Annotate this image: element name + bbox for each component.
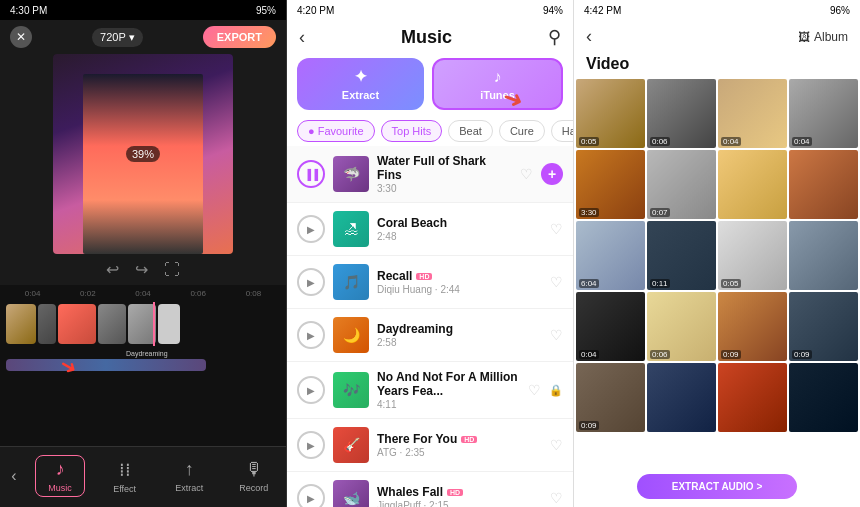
lock-icon-5: 🔒 [549,384,563,397]
arrow-indicator: ➜ [55,351,82,380]
prev-arrow[interactable]: ‹ [7,467,20,485]
hd-badge-6: HD [461,436,477,443]
play-pause-6[interactable]: ▶ [297,431,325,459]
fullscreen-icon[interactable]: ⛶ [164,261,180,279]
chevron-down-icon: ▾ [129,31,135,44]
video-cell-16[interactable]: 0:09 [789,292,858,361]
extract-audio-button[interactable]: EXTRACT AUDIO > [637,474,797,499]
clip-5[interactable] [128,304,156,344]
thumb-5: 🎶 [333,372,369,408]
heart-icon-3[interactable]: ♡ [550,274,563,290]
thumb-1: 🦈 [333,156,369,192]
video-cell-9[interactable]: 6:04 [576,221,645,290]
bottom-toolbar: ‹ ♪ Music ⁞⁞ Effect ↑ Extract 🎙 Record [0,446,286,507]
video-cell-20[interactable] [789,363,858,432]
filter-happ[interactable]: Happ [551,120,573,142]
resolution-value: 720P [100,31,126,43]
record-tool[interactable]: 🎙 Record [229,459,279,493]
video-section-title: Video [574,51,860,79]
heart-icon-2[interactable]: ♡ [550,221,563,237]
video-cell-11[interactable]: 0:05 [718,221,787,290]
video-grid-wrapper: 0:05 0:06 0:04 0:04 3:30 0:07 6:04 0:11 … [574,79,860,507]
status-battery-2: 94% [543,5,563,16]
extract-tool[interactable]: ↑ Extract [164,459,214,493]
clip-2[interactable] [38,304,56,344]
source-tabs: ✦ Extract ♪ iTunes [287,52,573,116]
video-cell-8[interactable] [789,150,858,219]
hd-badge-3: HD [416,273,432,280]
song-4[interactable]: ▶ 🌙 Daydreaming 2:58 ♡ [287,309,573,362]
song-6[interactable]: ▶ 🎸 There For You HD ATG · 2:35 ♡ [287,419,573,472]
clip-3[interactable] [58,304,96,344]
filter-beat[interactable]: Beat [448,120,493,142]
heart-icon-4[interactable]: ♡ [550,327,563,343]
filter-top-hits[interactable]: Top Hits [381,120,443,142]
redo-icon[interactable]: ↪ [135,260,148,279]
video-cell-5[interactable]: 3:30 [576,150,645,219]
song-3[interactable]: ▶ 🎵 Recall HD Diqiu Huang · 2:44 ♡ [287,256,573,309]
video-cell-15[interactable]: 0:09 [718,292,787,361]
song-duration-4: 2:58 [377,337,542,348]
extract-tab-label: Extract [342,89,379,101]
song-7[interactable]: ▶ 🐋 Whales Fall HD JigglaPuff · 2:15 ♡ [287,472,573,507]
heart-icon-6[interactable]: ♡ [550,437,563,453]
hd-badge-7: HD [447,489,463,496]
video-cell-1[interactable]: 0:05 [576,79,645,148]
video-cell-13[interactable]: 0:04 [576,292,645,361]
gallery-back-button[interactable]: ‹ [586,26,592,47]
album-button[interactable]: 🖼 Album [798,30,848,44]
preview-person [83,74,203,254]
video-cell-12[interactable] [789,221,858,290]
song-actions-7: ♡ [550,490,563,506]
status-time-1: 4:30 PM [10,5,47,16]
video-cell-18[interactable] [647,363,716,432]
play-pause-2[interactable]: ▶ [297,215,325,243]
add-button-1[interactable]: + [541,163,563,185]
resolution-selector[interactable]: 720P ▾ [92,28,143,47]
play-pause-4[interactable]: ▶ [297,321,325,349]
play-pause-5[interactable]: ▶ [297,376,325,404]
clip-1[interactable] [6,304,36,344]
play-pause-7[interactable]: ▶ [297,484,325,507]
play-pause-3[interactable]: ▶ [297,268,325,296]
undo-icon[interactable]: ↩ [106,260,119,279]
music-tool[interactable]: ♪ Music [35,455,85,497]
effect-tool[interactable]: ⁞⁞ Effect [100,459,150,494]
song-info-6: There For You HD ATG · 2:35 [377,432,542,458]
heart-icon-5[interactable]: ♡ [528,382,541,398]
song-2[interactable]: ▶ 🏖 Coral Beach 2:48 ♡ [287,203,573,256]
video-cell-4[interactable]: 0:04 [789,79,858,148]
video-cell-10[interactable]: 0:11 [647,221,716,290]
video-cell-19[interactable] [718,363,787,432]
heart-icon-7[interactable]: ♡ [550,490,563,506]
zoom-percent: 39% [126,146,160,162]
back-button[interactable]: ‹ [299,27,305,48]
thumb-7: 🐋 [333,480,369,507]
play-pause-1[interactable]: ▐▐ [297,160,325,188]
song-5[interactable]: ▶ 🎶 No And Not For A Million Years Fea..… [287,362,573,419]
daydreaming-label: Daydreaming [126,350,280,357]
clip-4[interactable] [98,304,126,344]
video-cell-2[interactable]: 0:06 [647,79,716,148]
heart-icon-1[interactable]: ♡ [520,166,533,182]
filter-cure[interactable]: Cure [499,120,545,142]
export-button[interactable]: EXPORT [203,26,276,48]
extract-source-tab[interactable]: ✦ Extract [297,58,424,110]
video-cell-14[interactable]: 0:06 [647,292,716,361]
itunes-tab-icon: ♪ [494,68,502,86]
status-time-2: 4:20 PM [297,5,334,16]
video-cell-17[interactable]: 0:09 [576,363,645,432]
song-name-2: Coral Beach [377,216,542,230]
itunes-source-tab[interactable]: ♪ iTunes [432,58,563,110]
filter-favourite[interactable]: ● Favourite [297,120,375,142]
search-icon[interactable]: ⚲ [548,26,561,48]
video-cell-7[interactable] [718,150,787,219]
clip-6[interactable] [158,304,180,344]
song-info-3: Recall HD Diqiu Huang · 2:44 [377,269,542,295]
video-cell-3[interactable]: 0:04 [718,79,787,148]
video-cell-6[interactable]: 0:07 [647,150,716,219]
video-grid: 0:05 0:06 0:04 0:04 3:30 0:07 6:04 0:11 … [574,79,860,432]
song-1[interactable]: ▐▐ 🦈 Water Full of Shark Fins 3:30 ♡ + [287,146,573,203]
close-button[interactable]: ✕ [10,26,32,48]
audio-track[interactable] [6,359,206,371]
